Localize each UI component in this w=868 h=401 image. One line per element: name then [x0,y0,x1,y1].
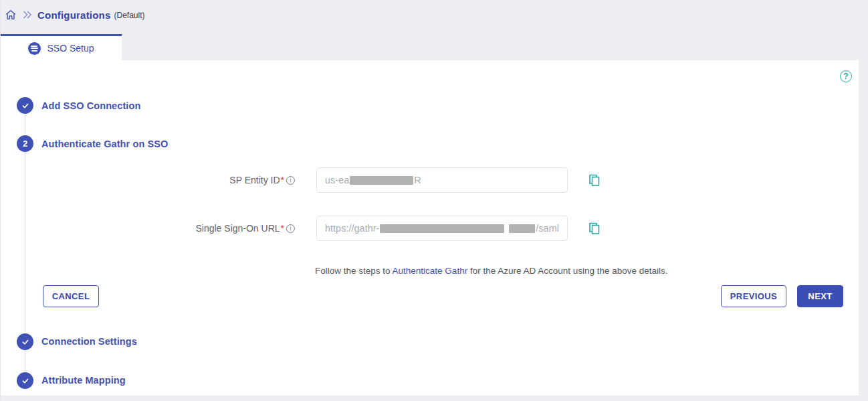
step-connector [25,114,25,134]
sso-url-row: Single Sign-On URL*i https://gathr-/saml [1,216,601,241]
step2-number: 2 [23,139,27,149]
sso-setup-panel: ? Add SSO Connection 2 Authenticate Gath… [1,60,859,396]
step1-completed-check-icon [17,97,33,114]
breadcrumb: Configurations (Default) [1,0,144,29]
tab-sso-setup[interactable]: SSO Setup [1,34,122,60]
step-connector [25,351,25,371]
step1-add-sso-connection[interactable]: Add SSO Connection [41,100,140,111]
step3-completed-check-icon [17,333,33,350]
home-icon[interactable] [4,8,17,21]
sp-entity-id-label: SP Entity ID*i [1,175,295,185]
redacted-value [350,176,413,185]
sp-entity-id-value-prefix: us-ea [325,175,349,185]
info-icon[interactable]: i [286,224,295,233]
step4-attribute-mapping[interactable]: Attribute Mapping [41,375,126,386]
next-button[interactable]: NEXT [797,285,843,307]
breadcrumb-separator-icon [23,10,33,19]
sp-entity-id-label-text: SP Entity ID [229,175,280,185]
sso-url-value-suffix: /saml [536,223,559,234]
redacted-value [509,224,535,233]
sso-tab-icon [28,42,41,55]
sso-url-label: Single Sign-On URL*i [1,223,295,234]
step2-authenticate-gathr[interactable]: Authenticate Gathr on SSO [41,139,168,149]
sso-url-label-text: Single Sign-On URL [195,223,280,234]
authenticate-gathr-link[interactable]: Authenticate Gathr [393,266,468,276]
step2-number-badge: 2 [17,135,33,152]
sso-url-value-prefix: https://gathr- [325,223,379,234]
sso-url-input[interactable]: https://gathr-/saml [316,216,568,241]
help-icon[interactable]: ? [840,70,852,82]
step4-completed-check-icon [17,372,33,389]
copy-sp-entity-id-icon[interactable] [588,173,601,187]
copy-sso-url-icon[interactable] [588,222,601,235]
sp-entity-id-row: SP Entity ID*i us-eaR [1,167,601,193]
info-icon[interactable]: i [286,176,295,185]
tab-sso-setup-label: SSO Setup [47,43,94,54]
previous-button[interactable]: PREVIOUS [721,285,786,307]
breadcrumb-title[interactable]: Configurations [37,9,110,21]
cancel-button[interactable]: CANCEL [43,285,99,307]
helper-text-before: Follow the steps to [315,266,393,276]
sp-entity-id-input[interactable]: us-eaR [316,167,568,193]
redacted-value [380,224,504,233]
configurations-page: Configurations (Default) SSO Setup ? Add… [0,0,868,401]
sp-entity-id-value-suffix: R [414,175,421,185]
breadcrumb-suffix: (Default) [114,9,144,20]
required-asterisk: * [281,175,284,185]
helper-text-after: for the Azure AD Account using the above… [467,266,667,276]
required-asterisk: * [281,223,284,234]
helper-text: Follow the steps to Authenticate Gathr f… [315,266,668,276]
step3-connection-settings[interactable]: Connection Settings [41,336,137,347]
